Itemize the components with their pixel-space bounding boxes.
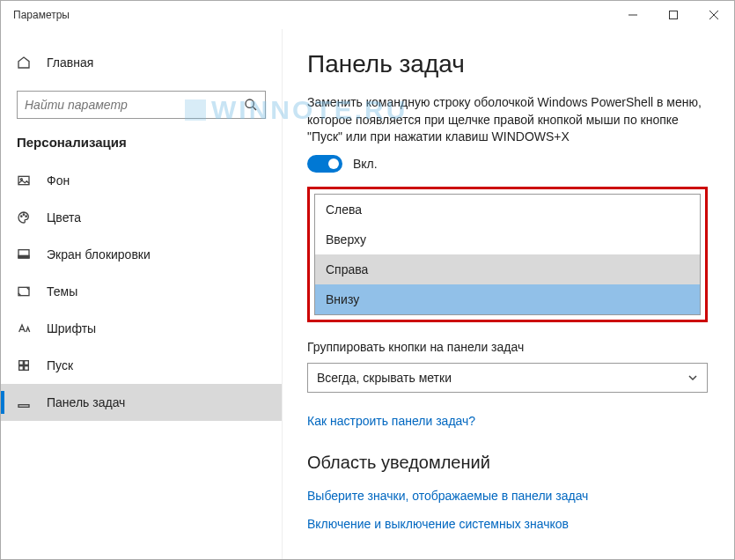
option-bottom[interactable]: Внизу — [315, 284, 700, 314]
nav-item-label: Пуск — [47, 358, 73, 372]
nav-colors[interactable]: Цвета — [1, 199, 282, 236]
group-buttons-combobox[interactable]: Всегда, скрывать метки — [307, 363, 708, 393]
close-button[interactable] — [694, 1, 734, 29]
toggle-state-label: Вкл. — [353, 157, 378, 171]
svg-point-8 — [21, 216, 22, 217]
window-title: Параметры — [13, 9, 70, 21]
howto-link[interactable]: Как настроить панели задач? — [307, 414, 708, 428]
nav-item-label: Панель задач — [47, 395, 125, 409]
svg-rect-17 — [25, 366, 29, 371]
nav-item-label: Экран блокировки — [47, 247, 151, 262]
svg-rect-15 — [25, 361, 29, 365]
nav-themes[interactable]: Темы — [1, 273, 282, 310]
select-icons-link[interactable]: Выберите значки, отображаемые в панели з… — [307, 489, 708, 503]
nav-fonts[interactable]: Шрифты — [1, 310, 282, 347]
option-right[interactable]: Справа — [315, 254, 700, 284]
svg-line-5 — [253, 107, 256, 110]
svg-rect-1 — [670, 11, 678, 19]
home-icon — [17, 55, 31, 70]
powershell-description: Заменить командную строку оболочкой Wind… — [307, 94, 708, 146]
titlebar: Параметры — [1, 1, 734, 29]
svg-point-10 — [26, 216, 26, 217]
main-panel: Панель задач Заменить командную строку о… — [283, 29, 734, 559]
page-heading: Панель задач — [307, 50, 708, 78]
themes-icon — [17, 284, 31, 298]
section-title: Персонализация — [1, 135, 282, 150]
nav-start[interactable]: Пуск — [1, 347, 282, 384]
svg-point-9 — [23, 214, 24, 215]
nav-background[interactable]: Фон — [1, 162, 282, 199]
home-label: Главная — [47, 55, 93, 70]
taskbar-icon — [17, 395, 31, 409]
chevron-down-icon — [687, 372, 698, 383]
group-buttons-label: Группировать кнопки на панели задач — [307, 340, 708, 354]
svg-rect-18 — [18, 405, 29, 408]
nav-item-label: Цвета — [47, 210, 81, 225]
maximize-button[interactable] — [653, 1, 694, 29]
nav-taskbar[interactable]: Панель задач — [1, 384, 282, 421]
fonts-icon — [17, 321, 31, 335]
minimize-button[interactable] — [613, 1, 653, 29]
nav-item-label: Темы — [47, 284, 77, 298]
powershell-toggle[interactable] — [307, 155, 342, 173]
option-top[interactable]: Вверху — [315, 225, 700, 254]
svg-rect-6 — [18, 176, 29, 184]
system-icons-link[interactable]: Включение и выключение системных значков — [307, 517, 708, 531]
svg-point-4 — [246, 99, 254, 107]
home-nav[interactable]: Главная — [1, 45, 282, 80]
combobox-value: Всегда, скрывать метки — [317, 371, 452, 385]
search-box[interactable] — [17, 91, 266, 119]
lockscreen-icon — [17, 247, 31, 262]
option-left[interactable]: Слева — [315, 195, 700, 225]
powershell-toggle-row: Вкл. — [307, 155, 708, 173]
svg-rect-12 — [18, 255, 29, 258]
nav-item-label: Фон — [47, 173, 70, 188]
taskbar-position-dropdown: Слева Вверху Справа Внизу — [307, 187, 708, 322]
search-input[interactable] — [25, 98, 244, 112]
nav-item-label: Шрифты — [47, 321, 96, 335]
palette-icon — [17, 210, 31, 225]
sidebar: Главная Персонализация Фон Цвета Экран б… — [1, 29, 283, 559]
svg-rect-16 — [19, 366, 24, 371]
svg-rect-14 — [19, 361, 24, 365]
notification-heading: Область уведомлений — [307, 453, 708, 473]
start-icon — [17, 358, 31, 372]
nav-lockscreen[interactable]: Экран блокировки — [1, 236, 282, 273]
picture-icon — [17, 173, 31, 188]
search-icon — [244, 98, 258, 112]
